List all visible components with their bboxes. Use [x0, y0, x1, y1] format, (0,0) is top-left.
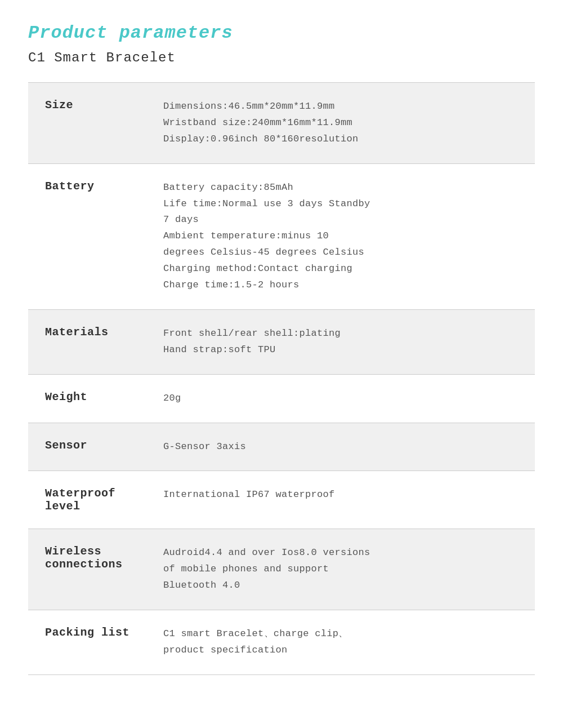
param-label: Battery [28, 163, 152, 309]
param-label: Waterproof level [28, 471, 152, 529]
product-name: C1 Smart Bracelet [28, 50, 535, 65]
param-value: International IP67 waterproof [152, 471, 535, 529]
param-value: Battery capacity:85mAh Life time:Normal … [152, 163, 535, 309]
table-row: BatteryBattery capacity:85mAh Life time:… [28, 163, 535, 309]
param-label: Size [28, 83, 152, 164]
param-label: Packing list [28, 610, 152, 675]
table-row: SensorG-Sensor 3axis [28, 423, 535, 471]
table-row: Weight20g [28, 374, 535, 423]
params-table: SizeDimensions:46.5mm*20mm*11.9mm Wristb… [28, 82, 535, 675]
table-row: Waterproof levelInternational IP67 water… [28, 471, 535, 529]
param-value: 20g [152, 374, 535, 423]
table-row: MaterialsFront shell/rear shell:plating … [28, 309, 535, 374]
param-value: C1 smart Bracelet、charge clip、 product s… [152, 610, 535, 675]
table-row: Wireless connectionsAudroid4.4 and over … [28, 529, 535, 610]
param-label: Sensor [28, 423, 152, 471]
param-value: Audroid4.4 and over Ios8.0 versions of m… [152, 529, 535, 610]
param-label: Materials [28, 309, 152, 374]
table-row: SizeDimensions:46.5mm*20mm*11.9mm Wristb… [28, 83, 535, 164]
param-value: Dimensions:46.5mm*20mm*11.9mm Wristband … [152, 83, 535, 164]
table-row: Packing listC1 smart Bracelet、charge cli… [28, 610, 535, 675]
param-value: Front shell/rear shell:plating Hand stra… [152, 309, 535, 374]
page-title: Product parameters [28, 23, 535, 43]
param-label: Wireless connections [28, 529, 152, 610]
param-label: Weight [28, 374, 152, 423]
param-value: G-Sensor 3axis [152, 423, 535, 471]
